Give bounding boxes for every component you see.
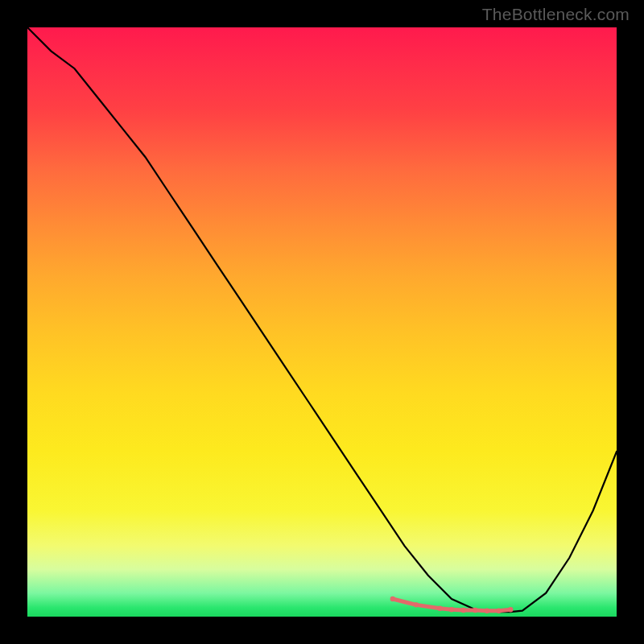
chart-svg xyxy=(27,27,617,617)
highlight-point xyxy=(508,607,513,612)
watermark-text: TheBottleneck.com xyxy=(482,5,630,24)
chart-plot-area xyxy=(27,27,617,617)
bottleneck-curve-line xyxy=(27,27,617,612)
highlight-segment xyxy=(416,605,440,608)
highlight-segment xyxy=(393,599,416,605)
